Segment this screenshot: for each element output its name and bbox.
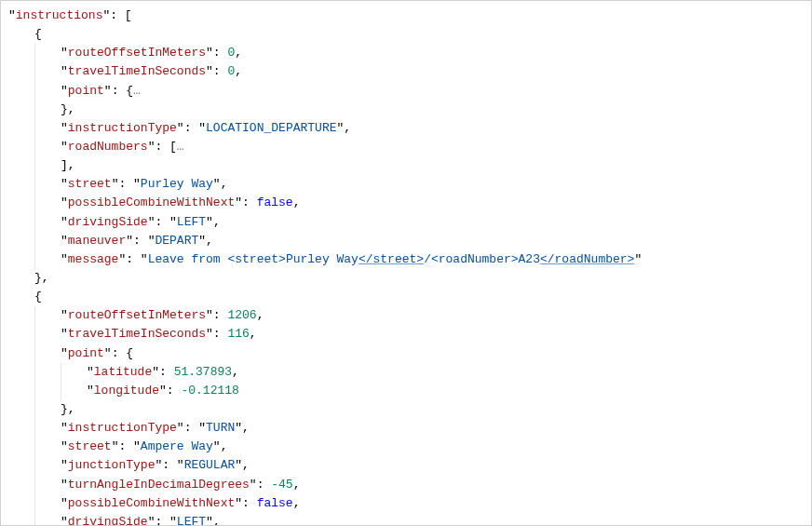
- json-key: point: [68, 84, 104, 98]
- code-line: "longitude": -0.12118: [5, 382, 807, 400]
- json-number: -45: [271, 478, 292, 492]
- json-string: Leave from: [148, 252, 228, 266]
- json-code-panel: "instructions": [ { "routeOffsetInMeters…: [0, 0, 812, 526]
- json-key: junctionType: [68, 458, 156, 472]
- code-line: {: [5, 25, 807, 44]
- json-key: possibleCombineWithNext: [68, 496, 235, 510]
- code-line: "street": "Ampere Way",: [5, 438, 807, 456]
- code-line: },: [5, 101, 807, 119]
- code-line: "turnAngleInDecimalDegrees": -45,: [5, 476, 807, 494]
- code-line: "junctionType": "REGULAR",: [5, 456, 807, 475]
- json-string: /: [424, 252, 431, 266]
- json-string: LOCATION_DEPARTURE: [206, 121, 336, 135]
- code-line: "instructionType": "TURN",: [5, 419, 807, 438]
- json-string: Purley Way: [286, 252, 359, 266]
- code-line: "possibleCombineWithNext": false,: [5, 194, 807, 212]
- code-line: "instructions": [: [5, 7, 807, 25]
- code-line: "message": "Leave from <street>Purley Wa…: [5, 250, 807, 269]
- json-number: 1206: [227, 308, 256, 322]
- code-line: "routeOffsetInMeters": 0,: [5, 44, 807, 62]
- code-line: "latitude": 51.37893,: [5, 363, 807, 382]
- json-string: </roadNumber>: [540, 252, 634, 266]
- code-line: "drivingSide": "LEFT",: [5, 213, 807, 232]
- json-string: TURN: [206, 421, 235, 435]
- code-line: "instructionType": "LOCATION_DEPARTURE",: [5, 119, 807, 138]
- json-key: drivingSide: [68, 515, 148, 526]
- json-key: message: [68, 252, 119, 266]
- json-string: LEFT: [177, 515, 206, 526]
- json-key: latitude: [94, 365, 152, 379]
- json-string: Ampere Way: [141, 439, 213, 453]
- code-line: {: [5, 288, 807, 306]
- code-line: "point": {…: [5, 82, 807, 101]
- json-number: -0.12118: [181, 384, 238, 398]
- code-line: "maneuver": "DEPART",: [5, 232, 807, 250]
- json-string: <street>: [227, 252, 285, 266]
- json-key: routeOffsetInMeters: [68, 308, 206, 322]
- json-boolean: false: [257, 196, 293, 209]
- json-key: street: [68, 439, 112, 453]
- json-string: <roadNumber>: [431, 252, 519, 266]
- code-line: "point": {: [5, 344, 807, 363]
- json-key: roadNumbers: [68, 140, 148, 154]
- code-line: "routeOffsetInMeters": 1206,: [5, 306, 807, 325]
- json-key: street: [68, 177, 112, 191]
- json-number: 116: [227, 327, 249, 341]
- json-key: travelTimeInSeconds: [68, 327, 206, 341]
- json-key: longitude: [94, 384, 159, 398]
- code-line: "roadNumbers": […: [5, 138, 807, 156]
- code-line: ],: [5, 156, 807, 175]
- json-string: DEPART: [155, 234, 198, 248]
- code-line: "street": "Purley Way",: [5, 175, 807, 194]
- json-key: travelTimeInSeconds: [68, 64, 206, 78]
- json-string: REGULAR: [184, 458, 236, 472]
- json-key: instructions: [16, 8, 103, 22]
- code-line: },: [5, 400, 807, 419]
- json-boolean: false: [257, 496, 293, 510]
- json-string: Purley Way: [141, 177, 213, 191]
- ellipsis-icon[interactable]: …: [133, 84, 141, 98]
- json-key: routeOffsetInMeters: [68, 46, 206, 60]
- code-line: "travelTimeInSeconds": 116,: [5, 325, 807, 344]
- json-string: LEFT: [177, 215, 206, 229]
- json-key: possibleCombineWithNext: [68, 196, 235, 209]
- code-line: "possibleCombineWithNext": false,: [5, 494, 807, 513]
- json-key: point: [68, 346, 104, 360]
- ellipsis-icon[interactable]: …: [177, 140, 184, 154]
- json-string: A23: [519, 252, 540, 266]
- json-key: instructionType: [68, 121, 177, 135]
- json-key: maneuver: [68, 234, 126, 248]
- json-key: instructionType: [68, 421, 177, 435]
- code-line: "drivingSide": "LEFT",: [5, 513, 807, 526]
- code-line: },: [5, 269, 807, 288]
- json-string: </street>: [359, 252, 424, 266]
- json-number: 51.37893: [174, 365, 232, 379]
- json-key: drivingSide: [68, 215, 148, 229]
- code-line: "travelTimeInSeconds": 0,: [5, 62, 807, 81]
- json-key: turnAngleInDecimalDegrees: [68, 478, 250, 492]
